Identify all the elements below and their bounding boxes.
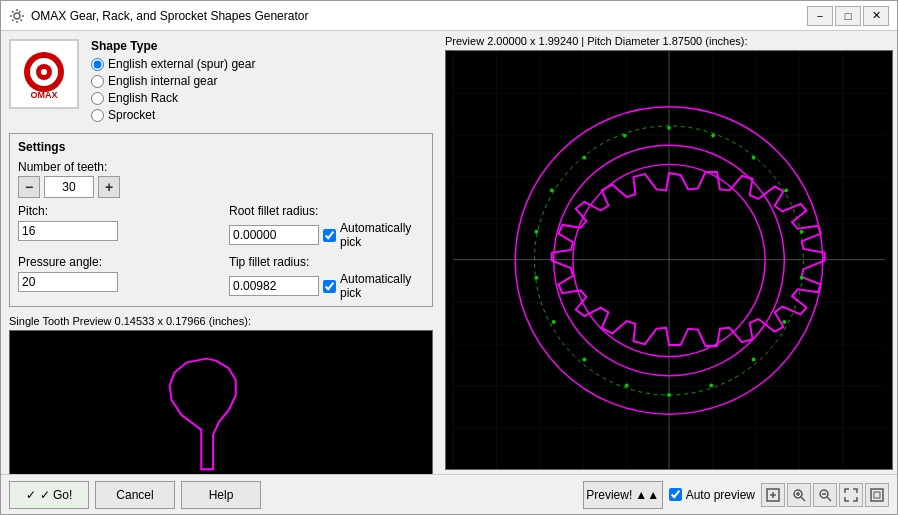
zoom-in-icon[interactable] — [787, 483, 811, 507]
pitch-input[interactable] — [18, 221, 118, 241]
pitch-col: Pitch: — [18, 204, 213, 249]
close-button[interactable]: ✕ — [863, 6, 889, 26]
zoom-in-svg — [792, 488, 806, 502]
preview-svg — [446, 51, 892, 469]
svg-point-24 — [625, 383, 629, 387]
svg-point-19 — [800, 276, 804, 280]
go-label: ✓ Go! — [40, 488, 73, 502]
radio-rack-input[interactable] — [91, 92, 104, 105]
svg-point-31 — [623, 134, 627, 138]
svg-point-14 — [667, 126, 671, 130]
titlebar-left: OMAX Gear, Rack, and Sprocket Shapes Gen… — [9, 8, 308, 24]
radio-rack: English Rack — [91, 91, 433, 105]
tooth-preview-section: Single Tooth Preview 0.14533 x 0.17966 (… — [9, 315, 433, 474]
radio-external-input[interactable] — [91, 58, 104, 71]
radio-external: English external (spur) gear — [91, 57, 433, 71]
radio-internal: English internal gear — [91, 74, 433, 88]
settings-group: Settings Number of teeth: − + Pitch: Roo… — [9, 133, 433, 307]
svg-point-30 — [583, 156, 587, 160]
svg-rect-35 — [871, 489, 883, 501]
zoom-out-icon[interactable] — [813, 483, 837, 507]
svg-text:OMAX: OMAX — [31, 90, 58, 100]
radio-internal-input[interactable] — [91, 75, 104, 88]
zoom-icon-1[interactable] — [761, 483, 785, 507]
titlebar: OMAX Gear, Rack, and Sprocket Shapes Gen… — [1, 1, 897, 31]
svg-point-16 — [752, 156, 756, 160]
svg-point-18 — [800, 230, 804, 234]
svg-point-28 — [534, 230, 538, 234]
root-fillet-input[interactable] — [229, 225, 319, 245]
params-grid: Pitch: Root fillet radius: Automatically… — [18, 204, 424, 300]
pressure-label: Pressure angle: — [18, 255, 213, 269]
svg-point-17 — [784, 188, 788, 192]
go-checkmark: ✓ — [26, 488, 36, 502]
radio-sprocket: Sprocket — [91, 108, 433, 122]
logo-box: OMAX — [9, 39, 79, 109]
bottom-left-buttons: ✓ ✓ Go! Cancel Help — [9, 481, 261, 509]
left-panel: OMAX Shape Type English external (spur) … — [1, 31, 441, 474]
omax-logo: OMAX — [14, 44, 74, 104]
radio-external-label[interactable]: English external (spur) gear — [108, 57, 255, 71]
tooth-preview-svg — [10, 331, 432, 474]
shape-type-group: Shape Type English external (spur) gear … — [91, 39, 433, 125]
svg-rect-36 — [874, 492, 880, 498]
minimize-button[interactable]: − — [807, 6, 833, 26]
auto-preview-label[interactable]: Auto preview — [686, 488, 755, 502]
maximize-button[interactable]: □ — [835, 6, 861, 26]
main-preview-title: Preview 2.00000 x 1.99240 | Pitch Diamet… — [445, 35, 893, 47]
teeth-label: Number of teeth: — [18, 160, 424, 174]
pressure-input[interactable] — [18, 272, 118, 292]
radio-rack-label[interactable]: English Rack — [108, 91, 178, 105]
svg-point-23 — [667, 393, 671, 397]
tip-auto-checkbox[interactable] — [323, 280, 336, 293]
settings-legend: Settings — [18, 140, 424, 154]
zoom-out-svg — [818, 488, 832, 502]
tip-fillet-label: Tip fillet radius: — [229, 255, 424, 269]
main-preview-canvas — [445, 50, 893, 470]
svg-point-0 — [14, 13, 20, 19]
pressure-col: Pressure angle: — [18, 255, 213, 300]
root-auto-label[interactable]: Automatically pick — [340, 221, 424, 249]
main-content: OMAX Shape Type English external (spur) … — [1, 31, 897, 474]
radio-sprocket-input[interactable] — [91, 109, 104, 122]
tip-fillet-col: Tip fillet radius: Automatically pick — [229, 255, 424, 300]
svg-point-26 — [552, 320, 556, 324]
radio-internal-label[interactable]: English internal gear — [108, 74, 217, 88]
maximize-svg — [870, 488, 884, 502]
tooth-preview-canvas — [9, 330, 433, 474]
right-panel: Preview 2.00000 x 1.99240 | Pitch Diamet… — [441, 31, 897, 474]
svg-point-15 — [711, 134, 715, 138]
tip-fillet-input[interactable] — [229, 276, 319, 296]
go-button[interactable]: ✓ ✓ Go! — [9, 481, 89, 509]
window-controls: − □ ✕ — [807, 6, 889, 26]
reset-icon — [766, 488, 780, 502]
svg-point-22 — [709, 383, 713, 387]
preview-label: Preview! — [586, 488, 632, 502]
increment-teeth-button[interactable]: + — [98, 176, 120, 198]
teeth-row: − + — [18, 176, 424, 198]
svg-point-27 — [534, 276, 538, 280]
bottom-bar: ✓ ✓ Go! Cancel Help Preview! ▲▲ Auto pre… — [1, 474, 897, 514]
auto-preview-group: Auto preview — [669, 488, 755, 502]
radio-sprocket-label[interactable]: Sprocket — [108, 108, 155, 122]
tip-auto-label[interactable]: Automatically pick — [340, 272, 424, 300]
svg-point-4 — [41, 69, 47, 75]
window-title: OMAX Gear, Rack, and Sprocket Shapes Gen… — [31, 9, 308, 23]
maximize-view-icon[interactable] — [865, 483, 889, 507]
root-auto-checkbox[interactable] — [323, 229, 336, 242]
shape-type-label: Shape Type — [91, 39, 433, 53]
svg-point-29 — [550, 188, 554, 192]
teeth-input[interactable] — [44, 176, 94, 198]
fit-icon[interactable] — [839, 483, 863, 507]
help-button[interactable]: Help — [181, 481, 261, 509]
auto-preview-checkbox[interactable] — [669, 488, 682, 501]
root-auto-pick: Automatically pick — [323, 221, 424, 249]
zoom-icon-group — [761, 483, 889, 507]
fit-svg — [844, 488, 858, 502]
app-icon — [9, 8, 25, 24]
cancel-button[interactable]: Cancel — [95, 481, 175, 509]
decrement-teeth-button[interactable]: − — [18, 176, 40, 198]
preview-button[interactable]: Preview! ▲▲ — [583, 481, 663, 509]
pitch-label: Pitch: — [18, 204, 213, 218]
tooth-preview-label: Single Tooth Preview 0.14533 x 0.17966 (… — [9, 315, 433, 327]
